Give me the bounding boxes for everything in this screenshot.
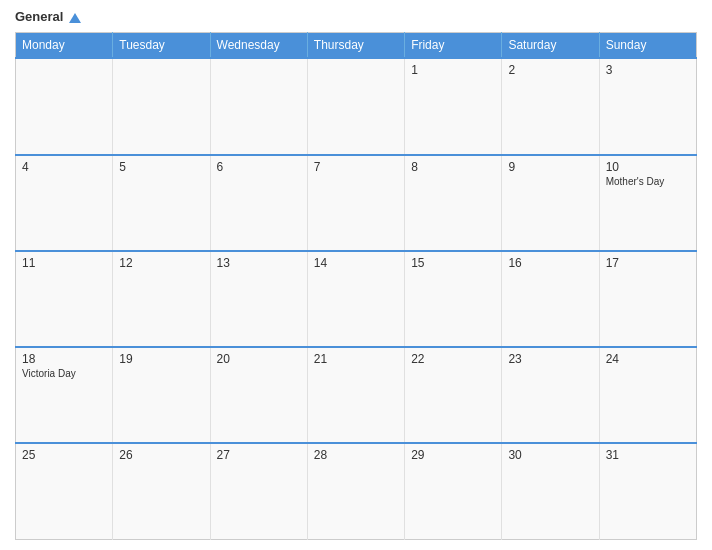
col-header-monday: Monday <box>16 33 113 59</box>
day-number: 13 <box>217 256 301 270</box>
calendar-cell: 18Victoria Day <box>16 347 113 443</box>
day-number: 26 <box>119 448 203 462</box>
calendar-cell: 9 <box>502 155 599 251</box>
day-number: 4 <box>22 160 106 174</box>
calendar-header: General <box>15 10 697 24</box>
calendar-cell: 4 <box>16 155 113 251</box>
calendar-page: General MondayTuesdayWednesdayThursdayFr… <box>0 0 712 550</box>
col-header-wednesday: Wednesday <box>210 33 307 59</box>
day-number: 7 <box>314 160 398 174</box>
calendar-header-row: MondayTuesdayWednesdayThursdayFridaySatu… <box>16 33 697 59</box>
calendar-cell: 2 <box>502 58 599 154</box>
week-row-4: 18Victoria Day192021222324 <box>16 347 697 443</box>
day-number: 12 <box>119 256 203 270</box>
calendar-cell: 19 <box>113 347 210 443</box>
calendar-cell: 21 <box>307 347 404 443</box>
calendar-cell <box>113 58 210 154</box>
day-number: 20 <box>217 352 301 366</box>
calendar-cell: 17 <box>599 251 696 347</box>
logo-triangle-icon <box>69 13 81 23</box>
day-number: 31 <box>606 448 690 462</box>
logo: General <box>15 10 81 24</box>
day-number: 18 <box>22 352 106 366</box>
calendar-cell: 3 <box>599 58 696 154</box>
day-number: 2 <box>508 63 592 77</box>
calendar-cell: 29 <box>405 443 502 539</box>
week-row-2: 45678910Mother's Day <box>16 155 697 251</box>
calendar-cell: 7 <box>307 155 404 251</box>
day-number: 1 <box>411 63 495 77</box>
calendar-cell: 16 <box>502 251 599 347</box>
calendar-cell: 11 <box>16 251 113 347</box>
day-number: 8 <box>411 160 495 174</box>
col-header-sunday: Sunday <box>599 33 696 59</box>
col-header-tuesday: Tuesday <box>113 33 210 59</box>
col-header-thursday: Thursday <box>307 33 404 59</box>
day-number: 16 <box>508 256 592 270</box>
calendar-cell: 12 <box>113 251 210 347</box>
calendar-cell: 26 <box>113 443 210 539</box>
day-number: 28 <box>314 448 398 462</box>
day-number: 11 <box>22 256 106 270</box>
calendar-cell: 14 <box>307 251 404 347</box>
calendar-cell: 15 <box>405 251 502 347</box>
calendar-cell: 30 <box>502 443 599 539</box>
calendar-cell: 20 <box>210 347 307 443</box>
day-number: 30 <box>508 448 592 462</box>
day-number: 27 <box>217 448 301 462</box>
day-number: 24 <box>606 352 690 366</box>
week-row-1: 123 <box>16 58 697 154</box>
col-header-saturday: Saturday <box>502 33 599 59</box>
calendar-cell <box>16 58 113 154</box>
logo-general-text: General <box>15 10 81 24</box>
calendar-cell: 5 <box>113 155 210 251</box>
calendar-cell: 8 <box>405 155 502 251</box>
calendar-cell: 31 <box>599 443 696 539</box>
calendar-cell: 22 <box>405 347 502 443</box>
day-number: 17 <box>606 256 690 270</box>
day-number: 10 <box>606 160 690 174</box>
day-number: 14 <box>314 256 398 270</box>
calendar-cell: 23 <box>502 347 599 443</box>
calendar-cell <box>307 58 404 154</box>
day-number: 5 <box>119 160 203 174</box>
day-number: 19 <box>119 352 203 366</box>
calendar-cell: 10Mother's Day <box>599 155 696 251</box>
calendar-cell: 1 <box>405 58 502 154</box>
calendar-cell: 27 <box>210 443 307 539</box>
day-number: 9 <box>508 160 592 174</box>
calendar-cell: 13 <box>210 251 307 347</box>
calendar-cell: 28 <box>307 443 404 539</box>
col-header-friday: Friday <box>405 33 502 59</box>
day-number: 3 <box>606 63 690 77</box>
holiday-label: Victoria Day <box>22 368 106 379</box>
day-number: 15 <box>411 256 495 270</box>
day-number: 22 <box>411 352 495 366</box>
calendar-cell: 24 <box>599 347 696 443</box>
day-number: 29 <box>411 448 495 462</box>
week-row-5: 25262728293031 <box>16 443 697 539</box>
day-number: 6 <box>217 160 301 174</box>
calendar-cell <box>210 58 307 154</box>
holiday-label: Mother's Day <box>606 176 690 187</box>
calendar-cell: 25 <box>16 443 113 539</box>
day-number: 23 <box>508 352 592 366</box>
day-number: 21 <box>314 352 398 366</box>
calendar-cell: 6 <box>210 155 307 251</box>
day-number: 25 <box>22 448 106 462</box>
week-row-3: 11121314151617 <box>16 251 697 347</box>
calendar-table: MondayTuesdayWednesdayThursdayFridaySatu… <box>15 32 697 540</box>
